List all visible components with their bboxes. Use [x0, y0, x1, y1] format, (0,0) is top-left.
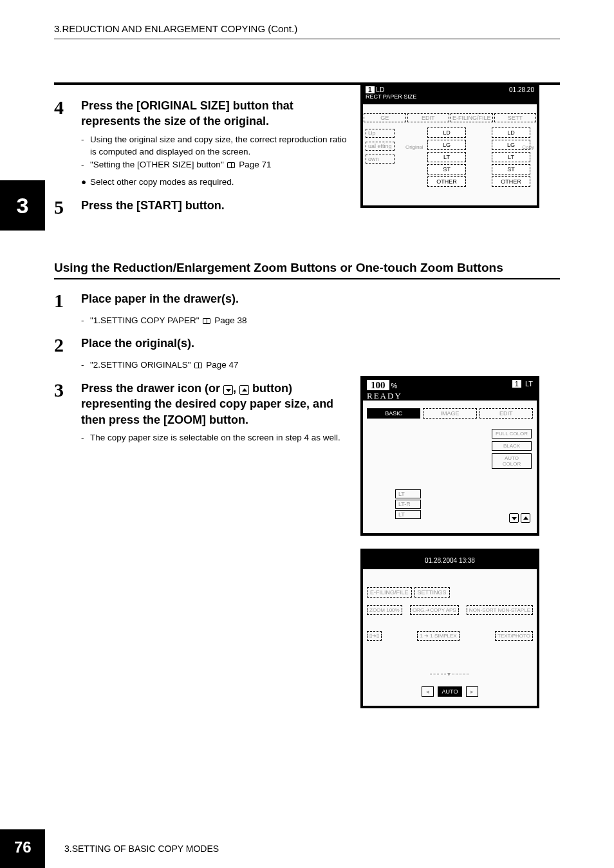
tab-settings[interactable]: SETTINGS [414, 587, 450, 598]
subtitle: RECT PAPER SIZE [366, 93, 416, 100]
zoom-down-button[interactable] [509, 513, 519, 523]
step-4-line-1: -Using the original size and copy size, … [81, 133, 350, 158]
ready-text: READY [367, 391, 533, 401]
drawer-lt-2[interactable]: LT [395, 510, 421, 519]
copy-size-column: LD LG LT ST OTHER [492, 127, 537, 189]
zoom-arrows [509, 513, 530, 523]
density-darker[interactable]: ▸ [466, 686, 478, 697]
book-icon [203, 318, 210, 324]
text: Using the original size and copy size, t… [90, 133, 350, 158]
orig-size-st[interactable]: ST [427, 164, 466, 175]
orig-size-lg[interactable]: LG [427, 140, 466, 150]
fig3-bottom-nav: ◂ AUTO ▸ [363, 686, 537, 697]
text-photo-indicator[interactable]: TEXT/PHOTO [495, 631, 533, 641]
page-ref: Page 71 [239, 160, 271, 169]
ual-etting-button[interactable]: ual etting [366, 142, 395, 151]
step-number: 1 [54, 291, 81, 310]
simplex-indicator[interactable]: 1 ➜ 1 SIMPLEX [417, 631, 459, 641]
copy-size-other[interactable]: OTHER [492, 176, 530, 187]
left-column: 4 Press the [ORIGINAL SIZE] button that … [54, 98, 350, 217]
page-number: 76 [14, 838, 32, 856]
color-mode-buttons: FULL COLOR BLACK AUTO COLOR [492, 429, 532, 471]
status-text: LD [376, 86, 384, 93]
copy-size-lt[interactable]: LT [492, 152, 530, 162]
auto-color-button[interactable]: AUTO COLOR [492, 453, 532, 469]
down-arrow-icon [223, 385, 233, 395]
text: The copy paper size is selectable on the… [90, 431, 340, 444]
step-title: Press the drawer icon (or , button) repr… [81, 381, 351, 428]
paper-ind: LT [525, 380, 533, 388]
step-title: Press the [START] button. [81, 198, 225, 213]
page-ref: Page 47 [206, 360, 238, 370]
running-header: 3.REDUCTION AND ENLARGEMENT COPYING (Con… [54, 23, 297, 34]
step-title: Press the [ORIGINAL SIZE] button that re… [81, 98, 350, 129]
black-button[interactable]: BLACK [492, 441, 532, 451]
copy-size-st[interactable]: ST [492, 164, 530, 175]
density-scale: ▫▫▫▫▫▾▫▫▫▫▫ [363, 670, 537, 677]
zoom-up-button[interactable] [521, 513, 530, 523]
quote-text: "2.SETTING ORIGINALS" [90, 360, 191, 370]
header-rule [54, 39, 560, 39]
own-button[interactable]: own [366, 155, 395, 164]
tab-efiling[interactable]: E-FILING/FILE [451, 113, 493, 122]
tab-sett[interactable]: SETT [494, 113, 537, 122]
sub-step-1-body: - "1.SETTING COPY PAPER" Page 38 [81, 314, 560, 327]
text: Select other copy modes as required. [90, 176, 234, 189]
fig2-statusbar: 100 % 1 LT READY [363, 379, 537, 401]
duplex-icon[interactable]: ▯➜▯ [367, 631, 382, 641]
page: 3.REDUCTION AND ENLARGEMENT COPYING (Con… [0, 0, 614, 868]
tab-image[interactable]: IMAGE [423, 408, 476, 419]
subheading: Using the Reduction/Enlargement Zoom But… [54, 261, 560, 279]
original-size-column: LD LG LT ST OTHER [427, 127, 472, 189]
fig1-left-buttons: Up ual etting own [366, 129, 395, 167]
up-arrow-icon [239, 385, 249, 395]
density-lighter[interactable]: ◂ [422, 686, 434, 697]
fig3-tabs: E-FILING/FILE SETTINGS [367, 587, 452, 598]
quote-text: "1.SETTING COPY PAPER" [90, 316, 200, 325]
percent-unit: % [391, 382, 398, 390]
orig-size-lt[interactable]: LT [427, 152, 466, 162]
fig3-datetime: 01.28.2004 13:38 [363, 551, 537, 569]
sub-step-2: 2 Place the original(s). [54, 335, 560, 355]
tab-edit[interactable]: EDIT [407, 113, 450, 122]
orig-size-ld[interactable]: LD [427, 127, 466, 138]
chapter-tab: 3 [0, 180, 45, 231]
tab-basic[interactable]: BASIC [367, 408, 420, 419]
step-title: Place the original(s). [81, 335, 194, 351]
drawer-lt-r[interactable]: LT-R [395, 500, 421, 509]
text-b: , [233, 382, 239, 395]
full-color-button[interactable]: FULL COLOR [492, 429, 532, 439]
copy-label: Copy [522, 144, 534, 150]
zoom-indicator[interactable]: ZOOM 100% [367, 605, 402, 615]
step-5: 5 Press the [START] button. [54, 198, 350, 217]
step-4: 4 Press the [ORIGINAL SIZE] button that … [54, 98, 350, 129]
copy-counter: 1 [366, 86, 375, 93]
sort-indicator[interactable]: NON-SORT NON-STAPLE [467, 605, 533, 615]
auto-density[interactable]: AUTO [438, 686, 463, 697]
sub-step-1: 1 Place paper in the drawer(s). [54, 291, 560, 310]
tab-edit[interactable]: EDIT [479, 408, 533, 419]
book-icon [194, 363, 202, 368]
list-item: - "2.SETTING ORIGINALS" Page 47 [81, 359, 560, 372]
screenshot-original-size-panel: 1 LD RECT PAPER SIZE 01.28.20 GE EDIT E-… [360, 82, 539, 208]
up-button[interactable]: Up [366, 129, 395, 138]
step-number: 3 [54, 381, 81, 400]
zoom-percent: 100 [367, 380, 389, 390]
screenshot-settings-panel: 01.28.2004 13:38 E-FILING/FILE SETTINGS … [360, 549, 539, 708]
copy-size-ld[interactable]: LD [492, 127, 530, 138]
tab-ge[interactable]: GE [364, 113, 406, 122]
fig2-tabs: BASIC IMAGE EDIT [366, 408, 534, 419]
list-item: - "1.SETTING COPY PAPER" Page 38 [81, 314, 560, 327]
sub-step-2-body: - "2.SETTING ORIGINALS" Page 47 [81, 359, 560, 372]
date: 01.28.20 [509, 86, 534, 93]
aps-indicator[interactable]: ORG.➜COPY APS [410, 605, 459, 615]
text-a: Press the drawer icon (or [81, 382, 223, 395]
page-ref: Page 38 [214, 316, 247, 325]
quote-text: "Setting the [OTHER SIZE] button" [90, 160, 224, 169]
orig-size-other[interactable]: OTHER [427, 176, 466, 187]
fig1-size-grid: Original LD LG LT ST OTHER LD LG LT ST O… [402, 127, 533, 194]
tab-efiling[interactable]: E-FILING/FILE [367, 587, 412, 598]
paper-drawer-buttons: LT LT-R LT [395, 489, 421, 520]
drawer-lt[interactable]: LT [395, 489, 421, 498]
footer-chapter: 3.SETTING OF BASIC COPY MODES [64, 844, 219, 854]
